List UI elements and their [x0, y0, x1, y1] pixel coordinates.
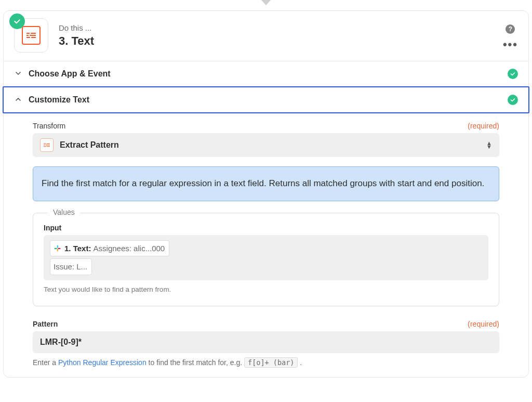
values-legend: Values — [48, 208, 80, 216]
section-customize-text[interactable]: Customize Text — [3, 86, 529, 113]
regex-docs-link[interactable]: Python Regular Expression — [58, 358, 147, 367]
section-body: Transform (required) Extract Pattern ▲▼ … — [4, 113, 528, 377]
step-card: Do this ... 3. Text ? ••• Choose App & E… — [3, 10, 529, 378]
helper-tail: . — [298, 358, 302, 367]
svg-rect-13 — [57, 245, 58, 248]
chevron-down-icon — [14, 69, 23, 79]
helper-code-example: f[o]+ (bar) — [244, 357, 298, 368]
mapped-field-pill-2[interactable]: Issue: L... — [50, 258, 92, 275]
transform-select[interactable]: Extract Pattern ▲▼ — [33, 133, 499, 157]
chevron-up-icon — [14, 95, 23, 105]
check-circle-icon — [508, 69, 518, 79]
pattern-label: Pattern — [33, 320, 58, 328]
pattern-helper: Enter a Python Regular Expression to fin… — [33, 358, 499, 367]
more-menu-icon[interactable]: ••• — [503, 43, 518, 46]
transform-label-row: Transform (required) — [33, 122, 499, 130]
success-badge — [9, 14, 25, 29]
svg-rect-15 — [57, 249, 58, 251]
pattern-input[interactable]: LMR-[0-9]* — [33, 331, 499, 353]
check-circle-icon — [508, 95, 518, 105]
pattern-section: Pattern (required) LMR-[0-9]* Enter a Py… — [33, 320, 499, 367]
formatter-app-icon — [22, 26, 41, 45]
app-icon-container — [14, 18, 48, 53]
input-label: Input — [44, 224, 488, 232]
step-header: Do this ... 3. Text ? ••• — [4, 11, 528, 61]
pattern-label-row: Pattern (required) — [33, 320, 499, 328]
step-kicker: Do this ... — [59, 23, 497, 32]
section-title: Customize Text — [29, 95, 508, 105]
required-tag: (required) — [468, 122, 499, 130]
formatter-mini-icon — [40, 138, 54, 152]
pill-text: Issue: L... — [54, 260, 87, 274]
header-text: Do this ... 3. Text — [59, 23, 497, 48]
svg-rect-16 — [58, 248, 60, 249]
input-field[interactable]: 1. Text: Assignees: alic...000 Issue: L.… — [44, 235, 488, 280]
step-title: 3. Text — [59, 34, 497, 48]
transform-value: Extract Pattern — [60, 140, 486, 150]
pill-text: 1. Text: Assignees: alic...000 — [64, 242, 165, 255]
required-tag: (required) — [468, 320, 499, 328]
helper-prefix: Enter a — [33, 358, 58, 367]
transform-description: Find the first match for a regular expre… — [33, 166, 499, 201]
mapped-field-pill[interactable]: 1. Text: Assignees: alic...000 — [50, 240, 169, 257]
input-hint: Text you would like to find a pattern fr… — [44, 286, 488, 293]
helper-suffix: to find the first match for, e.g. — [147, 358, 244, 367]
select-arrows-icon: ▲▼ — [486, 141, 492, 149]
section-title: Choose App & Event — [29, 69, 508, 79]
connector-arrow — [0, 0, 532, 7]
slack-icon — [54, 244, 61, 252]
svg-rect-14 — [55, 248, 57, 249]
values-fieldset: Values Input 1. Text: Assignees: alic...… — [33, 213, 499, 306]
svg-marker-0 — [261, 0, 271, 5]
transform-label: Transform — [33, 122, 65, 130]
help-icon[interactable]: ? — [506, 24, 515, 34]
section-choose-app-event[interactable]: Choose App & Event — [4, 61, 528, 86]
